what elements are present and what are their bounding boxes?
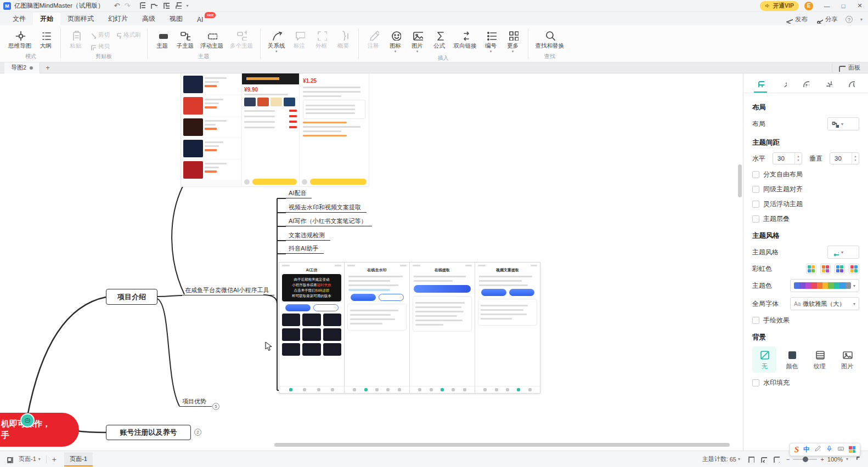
topic-xianyu-platform[interactable]: 在咸鱼平台卖微信AI小程序工具 [182,286,274,295]
format-painter-button[interactable]: 格式刷 [114,31,141,39]
paste-button[interactable]: 粘贴 [65,29,87,51]
zoom-level[interactable]: 100% [827,456,843,463]
document-tab[interactable]: 导图2 [4,62,40,73]
mindmap-mode-button[interactable]: 思维导图 [5,29,35,51]
input-toolbox-icon[interactable] [849,446,855,453]
keyboard-icon[interactable] [837,445,844,454]
tab-page-style[interactable]: 页面样式 [60,13,101,25]
comment-button[interactable]: 注释 [363,29,385,51]
copy-button[interactable]: 拷贝 [89,43,110,50]
panel-tab-layout[interactable] [757,73,764,93]
formula-button[interactable]: 公式 [429,29,450,51]
publish-button[interactable]: 发布 [785,15,808,24]
vip-upgrade-button[interactable]: 开通VIP [760,1,799,11]
ai-assistant-button[interactable] [20,413,35,428]
bg-texture-option[interactable]: 纹理 [808,346,832,373]
bg-color-option[interactable]: 颜色 [780,346,804,373]
subtopic-ai-writing[interactable]: AI写作（小红书文案笔记等） [286,217,372,226]
bg-none-option[interactable]: 无 [752,346,776,373]
subtopic-copy-check[interactable]: 文案违规检测 [286,231,330,241]
hand-drawn-checkbox-row[interactable]: 手绘效果 [752,316,859,325]
page-selector[interactable]: 页面-1▾ [19,455,41,463]
new-file-button[interactable] [138,1,145,10]
rainbow-style-button[interactable] [835,264,845,274]
checkbox-icon[interactable] [752,379,759,386]
topic-project-advantage[interactable]: 项目优势 [179,397,212,407]
checkbox-icon[interactable] [752,171,759,178]
view-mode-icon[interactable] [5,455,13,463]
open-file-button[interactable] [150,1,157,10]
tab-home[interactable]: 开始 [33,13,60,25]
vertical-spacing-stepper[interactable]: 30▲▼ [830,152,859,164]
tab-ai[interactable]: AIHot [190,14,210,25]
align-siblings-checkbox-row[interactable]: 同级主题对齐 [752,185,859,194]
share-button[interactable]: 分享 [815,15,838,24]
fit-window-button[interactable] [759,455,767,464]
find-replace-button[interactable]: 查找和替换 [532,29,568,51]
central-topic-shape[interactable]: 机即可操作， 手 [0,413,79,447]
handwriting-icon[interactable] [814,445,821,454]
cut-button[interactable]: 剪切 [89,31,110,39]
checkbox-icon[interactable] [752,201,759,208]
bg-image-option[interactable]: 图片 [835,346,859,373]
zoom-out-button[interactable]: − [786,456,790,463]
subtopic-watermark-removal[interactable]: 视频去水印和视频文案提取 [286,203,367,213]
layout-dropdown[interactable]: ▾ [827,117,859,130]
listing-screenshots-image[interactable]: ¥9.90 ¥1.25 [181,73,369,186]
new-document-tab-button[interactable]: + [46,64,50,72]
multi-topic-button[interactable]: 多个主题 [227,29,256,51]
subtopic-button[interactable]: 子主题 [173,29,198,51]
panel-tab-theme[interactable] [825,73,832,93]
zoom-slider[interactable] [793,459,817,460]
summary-button[interactable]: 概要 [332,29,354,51]
mindmap-canvas[interactable]: ¥9.90 ¥1.25 项目介绍 在咸鱼平台卖微信AI小程序工具 AI配音 视频… [0,73,743,451]
minimap-button[interactable] [772,455,780,464]
panel-toggle-button[interactable]: 面板 [832,62,864,73]
horizontal-scrollbar[interactable] [274,443,730,447]
callout-button[interactable]: 标注 [289,29,311,51]
horizontal-spacing-stepper[interactable]: 30▲▼ [773,152,802,164]
rainbow-style-button[interactable] [820,264,831,274]
collapsed-count-badge[interactable]: 2 [194,429,201,436]
pages-view-button[interactable] [747,455,754,464]
rainbow-style-button[interactable] [849,264,859,274]
topic-account-register[interactable]: 账号注册以及养号 [106,425,191,440]
topic-overlap-checkbox-row[interactable]: 主题层叠 [752,214,859,224]
print-button[interactable] [174,1,182,10]
user-avatar[interactable]: E [804,2,813,10]
global-font-dropdown[interactable]: Aa 微软雅黑（大） ▾ [790,297,859,310]
save-button[interactable] [162,1,170,10]
panel-tab-history[interactable] [847,73,855,93]
insert-image-button[interactable]: 图片 ▾ [407,29,429,53]
undo-button[interactable]: ↶ [114,2,120,10]
numbering-button[interactable]: 编号 ▾ [480,29,502,53]
tab-view[interactable]: 视图 [162,13,190,25]
minimize-button[interactable]: — [819,0,835,12]
topic-button[interactable]: 主题 [151,29,173,51]
insert-icon-button[interactable]: 图标 ▾ [385,29,407,53]
outline-mode-button[interactable]: 大纲 [35,29,57,51]
boundary-button[interactable]: 外框 [311,29,332,51]
collapsed-count-badge[interactable]: 5 [212,403,219,410]
maximize-button[interactable]: □ [835,0,852,12]
help-button[interactable]: ? [846,16,853,23]
checkbox-icon[interactable] [752,215,759,223]
redo-button[interactable]: ↷ [124,2,130,10]
panel-tab-ai-style[interactable] [779,73,787,93]
phone-screenshots-image[interactable]: AI工坊 由于近期相关规定变动 小程序版本或将随时失效 点击关于我们扫码进群 即… [279,262,540,394]
topic-count[interactable]: 主题计数: 65 ▾ [702,455,740,463]
add-page-button[interactable]: + [52,455,57,464]
vertical-scrollbar[interactable] [738,164,742,197]
floating-topic-button[interactable]: 浮动主题 [197,29,227,51]
close-button[interactable]: ✕ [852,0,868,12]
relationship-button[interactable]: 关系线 ▾ [264,29,289,53]
tab-file[interactable]: 文件 [5,13,33,25]
more-insert-button[interactable]: 更多 ▾ [502,29,524,53]
free-layout-checkbox-row[interactable]: 分支自由布局 [752,170,859,179]
sogou-logo-icon[interactable]: S [794,445,799,454]
zoom-in-button[interactable]: + [820,456,824,463]
subtopic-ai-dubbing[interactable]: AI配音 [286,189,312,198]
quick-access-chevron-icon[interactable]: ▾ [186,3,188,8]
subtopic-douyin-ai[interactable]: 抖音AI助手 [286,244,324,254]
theme-style-dropdown[interactable]: ▾ [827,246,859,259]
